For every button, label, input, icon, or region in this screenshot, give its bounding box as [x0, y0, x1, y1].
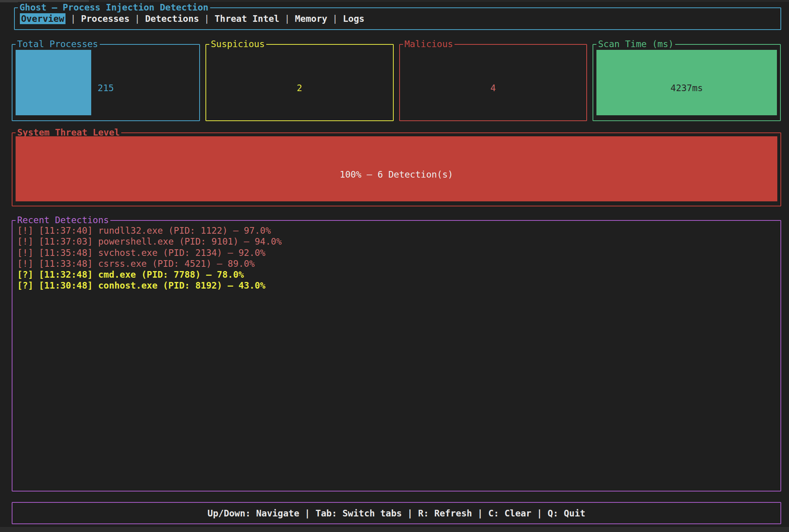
detection-row[interactable]: [?] [11:32:48] cmd.exe (PID: 7788) — 78.…: [17, 269, 776, 280]
stat-title: Malicious: [403, 39, 455, 49]
tab-separator: |: [134, 13, 140, 24]
suspicious-gauge: 2: [209, 50, 390, 115]
malicious-gauge: 4: [403, 50, 584, 115]
detection-row[interactable]: [?] [11:30:48] conhost.exe (PID: 8192) —…: [17, 280, 776, 291]
gauge-value: 4237ms: [596, 55, 777, 121]
tab-memory[interactable]: Memory: [295, 13, 327, 24]
app-title: Ghost — Process Injection Detection: [18, 2, 210, 13]
detection-row[interactable]: [!] [11:35:48] svchost.exe (PID: 2134) —…: [17, 247, 776, 258]
tab-processes[interactable]: Processes: [81, 13, 130, 24]
stat-panel-scan-time: Scan Time (ms) 4237ms: [593, 44, 781, 121]
stat-panel-malicious: Malicious 4: [399, 44, 587, 121]
stat-panel-total-processes: Total Processes 215: [12, 44, 200, 121]
total-processes-gauge: 215: [16, 50, 196, 115]
recent-detections-title: Recent Detections: [16, 215, 110, 225]
tab-overview[interactable]: Overview: [20, 13, 65, 24]
tab-separator: |: [285, 13, 290, 24]
scan-time-gauge: 4237ms: [596, 50, 777, 115]
header-panel: Ghost — Process Injection Detection Over…: [14, 7, 781, 30]
tab-separator: |: [204, 13, 210, 24]
gauge-value: 2: [209, 55, 390, 121]
threat-level-label: 100% — 6 Detection(s): [16, 142, 777, 207]
footer-panel: Up/Down: Navigate | Tab: Switch tabs | R…: [12, 502, 781, 524]
tab-detections[interactable]: Detections: [145, 13, 199, 24]
detection-row[interactable]: [!] [11:37:03] powershell.exe (PID: 9101…: [17, 236, 776, 247]
tab-logs[interactable]: Logs: [343, 13, 364, 24]
recent-detections-panel: Recent Detections [!] [11:37:40] rundll3…: [12, 220, 781, 491]
window-bottom-edge: [0, 527, 789, 532]
footer-key-hints: Up/Down: Navigate | Tab: Switch tabs | R…: [12, 503, 780, 523]
stat-title: Total Processes: [16, 39, 100, 49]
gauge-value: 4: [403, 55, 584, 121]
detection-row[interactable]: [!] [11:37:40] rundll32.exe (PID: 1122) …: [17, 225, 776, 236]
tab-separator: |: [71, 13, 76, 24]
stat-title: Scan Time (ms): [596, 39, 675, 49]
stat-panel-suspicious: Suspicious 2: [205, 44, 394, 121]
detection-row[interactable]: [!] [11:33:48] csrss.exe (PID: 4521) — 8…: [17, 258, 776, 269]
stat-title: Suspicious: [209, 39, 266, 49]
stats-row: Total Processes 215 Suspicious 2 Malicio…: [12, 44, 781, 121]
detections-list: [!] [11:37:40] rundll32.exe (PID: 1122) …: [12, 221, 780, 296]
tab-threat-intel[interactable]: Threat Intel: [214, 13, 279, 24]
threat-level-gauge: 100% — 6 Detection(s): [16, 136, 777, 201]
gauge-value: 215: [16, 55, 196, 121]
threat-level-panel: System Threat Level 100% — 6 Detection(s…: [12, 132, 781, 206]
tab-separator: |: [333, 13, 338, 24]
